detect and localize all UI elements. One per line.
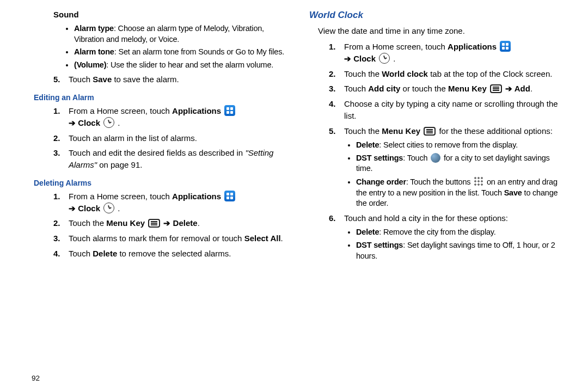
list-item: Delete: Remove the city from the display… [356, 227, 561, 238]
list-item: DST settings: Touch for a city to set da… [356, 153, 561, 174]
options-list-2: Delete: Remove the city from the display… [309, 227, 561, 261]
list-item: Change order: Touch the buttons on an en… [356, 176, 561, 209]
list-item: Alarm tone: Set an alarm tone from Sound… [74, 47, 285, 58]
drag-handle-icon [474, 176, 483, 186]
clock-icon [379, 53, 390, 64]
step: 2. Touch an alarm in the list of alarms. [34, 132, 285, 144]
menu-key-icon [490, 84, 502, 93]
globe-icon [431, 153, 440, 163]
step: 4. Touch Delete to remove the selected a… [34, 248, 285, 260]
list-item: Alarm type: Choose an alarm type of Melo… [74, 23, 285, 45]
step: 4. Choose a city by typing a city name o… [309, 98, 561, 122]
applications-icon [500, 41, 511, 52]
section-world-clock: World Clock [309, 10, 561, 21]
step: 5. Touch the Menu Key for the these addi… [309, 125, 561, 137]
step: 6. Touch and hold a city in the for thes… [309, 212, 561, 224]
step: 2. Touch the Menu Key ➔ Delete. [34, 217, 285, 229]
right-column: World Clock View the date and time in an… [309, 10, 561, 387]
step: 2. Touch the World clock tab at the top … [309, 68, 561, 80]
list-item: (Volume): Use the slider to hear and set… [74, 60, 285, 71]
clock-icon [103, 203, 114, 213]
clock-icon [103, 117, 114, 128]
step: 1. From a Home screen, touch Application… [309, 41, 561, 65]
list-item: DST settings: Set daylight savings time … [356, 240, 561, 261]
sound-bullets: Alarm type: Choose an alarm type of Melo… [34, 23, 285, 70]
step: 3. Touch Add city or touch the Menu Key … [309, 83, 561, 95]
step: 1. From a Home screen, touch Application… [34, 191, 285, 215]
intro-text: View the date and time in any time zone. [318, 25, 561, 36]
options-list-1: Delete: Select cities to remove from the… [309, 140, 561, 209]
applications-icon [224, 191, 235, 201]
section-sound: Sound [34, 10, 285, 19]
section-editing: Editing an Alarm [34, 93, 285, 102]
menu-key-icon [148, 219, 160, 228]
section-deleting: Deleting Alarms [34, 179, 285, 187]
step: 3. Touch alarms to mark them for removal… [34, 232, 285, 244]
step: 3. Touch and edit the desired fields as … [34, 147, 285, 171]
step: 5. Touch Save to save the alarm. [34, 74, 285, 85]
list-item: Delete: Select cities to remove from the… [356, 140, 561, 151]
menu-key-icon [424, 127, 436, 136]
step: 1. From a Home screen, touch Application… [34, 105, 285, 129]
left-column: Sound Alarm type: Choose an alarm type o… [34, 10, 285, 387]
manual-page: Sound Alarm type: Choose an alarm type o… [0, 0, 588, 392]
applications-icon [224, 105, 235, 116]
page-number: 92 [32, 374, 40, 382]
